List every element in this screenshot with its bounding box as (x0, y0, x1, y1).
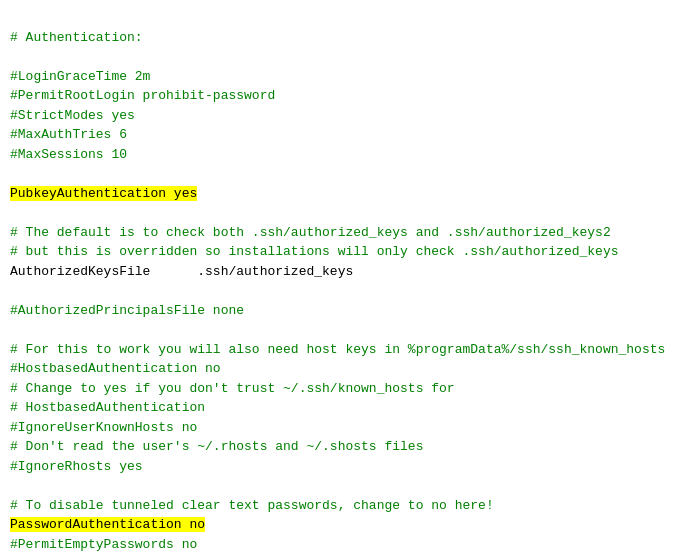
code-line (10, 281, 672, 301)
code-line: # For this to work you will also need ho… (10, 340, 672, 360)
code-line (10, 554, 672, 560)
code-line: # Change to yes if you don't trust ~/.ss… (10, 379, 672, 399)
code-line: # To disable tunneled clear text passwor… (10, 496, 672, 516)
code-line: #MaxSessions 10 (10, 145, 672, 165)
code-line (10, 47, 672, 67)
code-line: #StrictModes yes (10, 106, 672, 126)
code-line (10, 320, 672, 340)
code-line: # The default is to check both .ssh/auth… (10, 223, 672, 243)
code-line: AuthorizedKeysFile .ssh/authorized_keys (10, 262, 672, 282)
code-line (10, 476, 672, 496)
code-line: # Don't read the user's ~/.rhosts and ~/… (10, 437, 672, 457)
code-line: #AuthorizedPrincipalsFile none (10, 301, 672, 321)
code-line: #IgnoreUserKnownHosts no (10, 418, 672, 438)
code-line: #PermitRootLogin prohibit-password (10, 86, 672, 106)
code-line: #IgnoreRhosts yes (10, 457, 672, 477)
code-line (10, 164, 672, 184)
code-line: #HostbasedAuthentication no (10, 359, 672, 379)
code-line: PubkeyAuthentication yes (10, 184, 672, 204)
code-line: # Authentication: (10, 28, 672, 48)
code-line: # HostbasedAuthentication (10, 398, 672, 418)
code-editor: # Authentication: #LoginGraceTime 2m#Per… (0, 0, 682, 560)
code-line: #LoginGraceTime 2m (10, 67, 672, 87)
code-line (10, 203, 672, 223)
highlighted-text: PubkeyAuthentication yes (10, 186, 197, 201)
code-line: # but this is overridden so installation… (10, 242, 672, 262)
code-line: #MaxAuthTries 6 (10, 125, 672, 145)
code-line: PasswordAuthentication no (10, 515, 672, 535)
code-line: #PermitEmptyPasswords no (10, 535, 672, 555)
highlighted-text: PasswordAuthentication no (10, 517, 205, 532)
